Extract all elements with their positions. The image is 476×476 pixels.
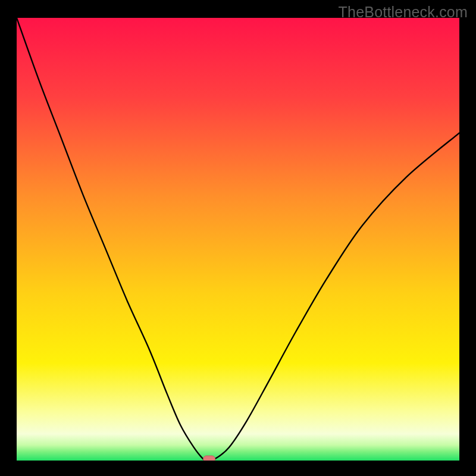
chart-background: [17, 18, 459, 461]
chart-container: [17, 18, 459, 461]
optimal-marker: [203, 456, 215, 461]
chart-svg: [17, 18, 459, 461]
